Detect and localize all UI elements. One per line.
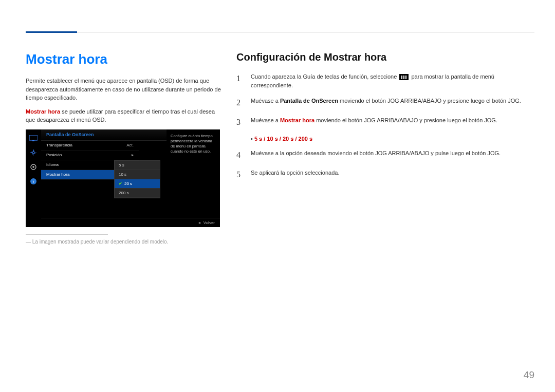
osd-row-posicion: Posición ▸ (41, 151, 139, 160)
info-icon: i (29, 177, 38, 186)
osd-row-label: Mostrar hora (46, 172, 69, 177)
osd-row-value: ▸ (132, 153, 134, 157)
osd-screenshot: i Pantalla de OnScreen Transparencia Act… (26, 129, 220, 227)
footnote: ― La imagen mostrada puede variar depend… (26, 239, 221, 245)
step-2-text-a: Muévase a (251, 98, 280, 104)
page-number: 49 (524, 369, 534, 381)
svg-point-6 (32, 152, 34, 154)
osd-description-panel: Configure cuánto tiempo permanecerá la v… (166, 129, 220, 227)
osd-row-transparencia: Transparencia Act. (41, 141, 139, 151)
steps-list-continued: 4 Muévase a la opción deseada moviendo e… (236, 149, 534, 181)
step-3-bold: Mostrar hora (280, 117, 314, 123)
steps-list: 1 Cuando aparezca la Guía de teclas de f… (236, 72, 534, 128)
footnote-text: La imagen mostrada puede variar dependie… (32, 239, 169, 245)
svg-rect-0 (29, 135, 38, 140)
osd-option-10s: 10 s (115, 170, 160, 179)
osd-sidebar: i (26, 129, 41, 227)
step-2-bold: Pantalla de OnScreen (280, 98, 338, 104)
osd-row-label: Idioma (46, 162, 59, 167)
page-content: Mostrar hora Permite establecer el menú … (26, 51, 534, 245)
top-divider (26, 32, 534, 32)
svg-rect-1 (32, 140, 34, 141)
right-column: Configuración de Mostrar hora 1 Cuando a… (236, 51, 534, 245)
section-title: Configuración de Mostrar hora (236, 51, 534, 63)
osd-row-label: Posición (46, 153, 62, 157)
options-values: 5 s / 10 s / 20 s / 200 s (254, 136, 312, 142)
osd-submenu: 5 s 10 s 20 s 200 s (114, 160, 160, 198)
osd-row-value: Act. (126, 143, 134, 147)
osd-footer: ◂ Volver (41, 218, 220, 227)
osd-option-5s: 5 s (115, 161, 160, 170)
step-number: 2 (236, 97, 244, 109)
step-text: Muévase a Pantalla de OnScreen moviendo … (251, 97, 521, 109)
step-1-text-a: Cuando aparezca la Guía de teclas de fun… (251, 73, 398, 80)
step-number: 4 (236, 149, 244, 161)
step-3: 3 Muévase a Mostrar hora moviendo el bot… (236, 116, 534, 128)
left-column: Mostrar hora Permite establecer el menú … (26, 51, 221, 245)
step-3-text-a: Muévase a (251, 117, 280, 123)
back-arrow-icon: ◂ (198, 220, 200, 225)
osd-option-20s: 20 s (115, 179, 160, 189)
footnote-prefix: ― (26, 239, 32, 245)
svg-marker-5 (34, 153, 37, 154)
step-number: 3 (236, 116, 244, 128)
top-divider-accent (26, 31, 77, 33)
page-title: Mostrar hora (26, 51, 221, 67)
step-5: 5 Se aplicará la opción seleccionada. (236, 169, 534, 181)
menu-icon (399, 74, 409, 80)
nav-icon (29, 148, 38, 157)
step-3-text-b: moviendo el botón JOG ARRIBA/ABAJO y pre… (314, 117, 497, 123)
svg-marker-4 (30, 152, 32, 153)
step-1: 1 Cuando aparezca la Guía de teclas de f… (236, 72, 534, 89)
step-text: Muévase a la opción deseada moviendo el … (251, 149, 501, 161)
step-2: 2 Muévase a Pantalla de OnScreen moviend… (236, 97, 534, 109)
intro-bold-term: Mostrar hora (26, 108, 60, 115)
osd-option-200s: 200 s (115, 189, 160, 198)
svg-point-8 (32, 166, 34, 168)
step-2-text-b: moviendo el botón JOG ARRIBA/ABAJO y pre… (338, 98, 521, 104)
intro-paragraph-1: Permite establecer el menú que aparece e… (26, 77, 221, 102)
step-number: 5 (236, 169, 244, 181)
bullet-dot: • (251, 136, 254, 142)
step-text: Se aplicará la opción seleccionada. (251, 169, 339, 181)
osd-row-label: Transparencia (46, 143, 72, 147)
display-icon (29, 134, 38, 143)
intro-paragraph-2: Mostrar hora se puede utilizar para espe… (26, 107, 221, 124)
gear-icon (29, 162, 38, 172)
osd-footer-back: Volver (203, 220, 215, 225)
step-4: 4 Muévase a la opción deseada moviendo e… (236, 149, 534, 161)
options-bullet: • 5 s / 10 s / 20 s / 200 s (251, 136, 534, 142)
svg-marker-2 (33, 149, 34, 152)
step-text: Cuando aparezca la Guía de teclas de fun… (251, 72, 534, 89)
step-text: Muévase a Mostrar hora moviendo el botón… (251, 116, 497, 128)
step-number: 1 (236, 72, 244, 89)
footnote-divider (26, 234, 108, 235)
svg-marker-3 (32, 154, 33, 156)
